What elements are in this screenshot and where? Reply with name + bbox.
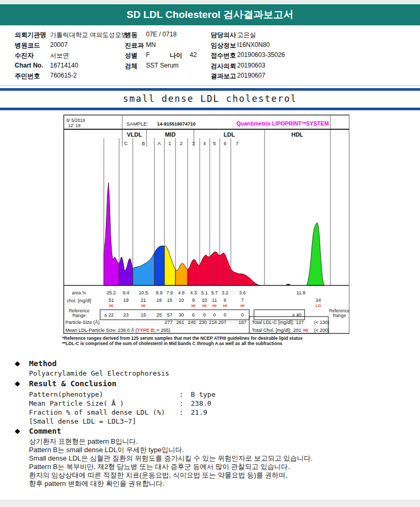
specimen-label: 검체	[125, 62, 138, 71]
ref-ldl5: 0	[213, 312, 216, 318]
result-row-label: Fraction % of small dense LDL (%)	[29, 408, 165, 416]
chol-hdl: 24	[316, 298, 321, 303]
ward-label: 병동	[125, 31, 138, 40]
total-ldl-label: Total LDL-C [mg/dl]:	[252, 320, 294, 325]
sub-label-3: 3	[192, 141, 194, 146]
ref-midc: 23	[123, 312, 129, 318]
sub-label-a: A	[158, 141, 161, 146]
chol-ldl6: 6	[223, 298, 226, 303]
footnote-2: **LDL-C is comprised of the sum of chole…	[62, 341, 282, 346]
result-row-label: Mean Particle Size( Å )	[29, 399, 124, 407]
ps-ldl1: 277	[164, 320, 172, 325]
flag-ldl4: HI	[202, 303, 207, 308]
sub-label-7: 7	[236, 141, 238, 146]
chol-ldl2: 10	[179, 298, 184, 303]
mean-particle-main: Mean LDL-Particle Size: 238.0 Å (	[65, 328, 137, 333]
org-label: 의뢰기관명	[15, 31, 46, 40]
chart-no-value: 16714140	[50, 62, 78, 69]
examinee-label: 수진자	[15, 51, 34, 60]
chol-ldl7: 7	[241, 298, 243, 303]
chol-ldl5: 11	[212, 298, 217, 303]
area-ldl5: 5.7	[211, 290, 218, 295]
report-title-banner: SD LDL Cholesterol 검사결과보고서	[0, 4, 420, 25]
hospital-code-value: 20007	[50, 41, 67, 49]
brand-suffix: SYSTEM	[306, 120, 329, 127]
hospital-code-label: 병원코드	[15, 41, 40, 50]
accession-value: 20190603-35026	[237, 51, 285, 59]
total-chol-label: Total Chol. [mg/dl]:	[252, 328, 291, 333]
area-ldl2: 4.8	[178, 290, 185, 295]
mean-particle-type: TYPE B	[137, 328, 154, 333]
method-body: Polyacrylamide Gel Electrophoresis	[29, 369, 169, 377]
sample-id: 14-915519074710	[157, 121, 196, 127]
sub-label-b: B	[142, 141, 145, 146]
request-date-value: 20190603	[237, 62, 265, 69]
doctor-label: 담당의사	[211, 31, 236, 40]
ref-vldl: ≤ 22	[104, 312, 113, 318]
method-diamond-icon: ◆	[15, 359, 20, 367]
sub-label-6: 6	[223, 141, 226, 146]
area-hdl: 11.8	[297, 290, 306, 295]
accession-label: 접수번호	[211, 51, 236, 60]
group-hdl-label: HDL	[291, 131, 304, 138]
request-date-label: 검사의뢰	[211, 62, 236, 71]
report-date-value: 20190607	[237, 72, 265, 79]
brand-name: Quantimetrix LIPOPRINT	[236, 120, 301, 127]
ps-ldl4: 230	[199, 320, 207, 325]
sub-label-5: 5	[213, 141, 216, 146]
sex-value: F	[146, 51, 150, 59]
flag-vldl: HI	[109, 303, 113, 308]
chol-mida: 18	[157, 298, 162, 303]
result-diamond-icon: ◆	[15, 379, 20, 387]
group-ldl-label: LDL	[223, 131, 235, 138]
ref-ldl7: 0	[241, 312, 243, 318]
chol-row-label: chol. [mg/dl]	[67, 298, 91, 303]
ward-value: 07E / 0718	[146, 31, 177, 38]
divider-thin	[0, 85, 420, 86]
ref-ldl3: 6	[192, 312, 194, 318]
chol-midb: 21	[141, 298, 146, 303]
area-vldl: 25.2	[106, 290, 116, 295]
ref-midb: 15	[141, 312, 146, 318]
brand-text: Quantimetrix LIPOPRINTTMSYSTEM	[236, 120, 329, 127]
run-date: 6/ 5/2019	[66, 118, 85, 123]
ref-ldl4: 0	[203, 312, 206, 318]
area-ldl7: 3.6	[239, 290, 246, 295]
sample-label: SAMPLE:	[126, 121, 148, 127]
particle-row-label: Particle-Size (Å)	[65, 320, 100, 325]
result-row-colon: :	[179, 399, 183, 407]
clinical-info-label: 임상정보	[211, 41, 236, 50]
total-ldl-ref: (< 130)	[314, 320, 329, 325]
result-row-value: 238.0	[191, 399, 211, 407]
result-row-colon: :	[179, 390, 183, 398]
sub-label-1: 1	[168, 141, 171, 146]
total-chol-text: Total Chol. [mg/dl]:201HI	[252, 328, 308, 333]
examinee-value: 서보연	[50, 51, 69, 60]
ref-ldl6: 0	[223, 312, 226, 318]
specimen-value: SST Serum	[146, 62, 179, 69]
sd-ldl-report-page: { "banner": { "title": "SD LDL Cholester…	[0, 0, 420, 507]
group-mid-label: MID	[165, 131, 175, 138]
area-ldl3: 4.3	[190, 290, 197, 295]
result-title: Result & Conclusion	[29, 379, 116, 388]
ref-label-left-2: Range	[72, 313, 85, 318]
mean-particle-text: Mean LDL-Particle Size: 238.0 Å (TYPE B;…	[65, 328, 170, 333]
area-row-label: area.%	[72, 290, 86, 295]
total-ldl-value: 127	[296, 320, 304, 325]
sex-label: 성별	[125, 51, 138, 60]
age-value: 42	[190, 51, 197, 59]
resident-id-value: 760615-2	[50, 72, 77, 79]
ps-ldl7: 187	[238, 320, 246, 325]
chol-ldl4: 10	[202, 298, 207, 303]
ref-mida: 25	[157, 312, 162, 318]
area-midc: 9.4	[123, 290, 130, 295]
method-title: Method	[29, 359, 56, 368]
comment-line: 향후 pattern 변화에 대한 확인을 권유합니다.	[29, 479, 164, 489]
ref-ldl1: 57	[167, 312, 172, 318]
report-date-label: 결과보고	[211, 72, 236, 81]
total-ldl-text: Total LDL-C [mg/dl]:127	[252, 320, 304, 325]
result-row-value: B type	[191, 390, 216, 398]
result-row-label: Pattern(phenotype)	[29, 390, 103, 398]
flag-midb: HI	[141, 303, 145, 308]
top-strip	[0, 0, 420, 4]
